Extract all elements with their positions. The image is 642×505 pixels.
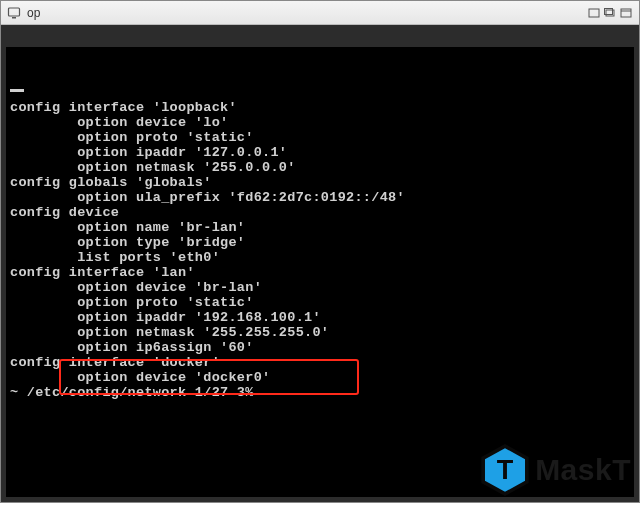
- window-title: op: [27, 6, 40, 20]
- svg-rect-5: [621, 9, 631, 17]
- terminal-line: option type 'bridge': [6, 235, 634, 250]
- restore-button[interactable]: [603, 7, 617, 19]
- minimize-button[interactable]: [587, 7, 601, 19]
- text-cursor: [10, 89, 24, 92]
- terminal-line: option ipaddr '127.0.0.1': [6, 145, 634, 160]
- terminal[interactable]: config interface 'loopback' option devic…: [6, 47, 634, 497]
- highlight-box: [59, 359, 359, 395]
- terminal-line: option proto 'static': [6, 295, 634, 310]
- monitor-icon: [7, 6, 21, 20]
- terminal-line: option name 'br-lan': [6, 220, 634, 235]
- svg-text:T: T: [497, 455, 514, 485]
- terminal-line: option ip6assign '60': [6, 340, 634, 355]
- svg-rect-2: [589, 9, 599, 17]
- vm-window: op config interface 'loopback' option de…: [0, 0, 640, 503]
- terminal-line: option ipaddr '192.168.100.1': [6, 310, 634, 325]
- watermark: T MaskT: [479, 444, 631, 496]
- terminal-line: config globals 'globals': [6, 175, 634, 190]
- terminal-line: config device: [6, 205, 634, 220]
- terminal-line: list ports 'eth0': [6, 250, 634, 265]
- terminal-line: option device 'br-lan': [6, 280, 634, 295]
- terminal-line: config interface 'loopback': [6, 100, 634, 115]
- terminal-line: option netmask '255.255.255.0': [6, 325, 634, 340]
- hex-icon: T: [479, 444, 531, 496]
- terminal-line: option proto 'static': [6, 130, 634, 145]
- watermark-text: MaskT: [535, 453, 631, 487]
- svg-rect-0: [9, 8, 20, 16]
- window-body: config interface 'loopback' option devic…: [1, 25, 639, 502]
- terminal-line: option netmask '255.0.0.0': [6, 160, 634, 175]
- terminal-line: option device 'lo': [6, 115, 634, 130]
- maximize-button[interactable]: [619, 7, 633, 19]
- titlebar[interactable]: op: [1, 1, 639, 25]
- svg-rect-1: [12, 17, 16, 19]
- terminal-line: option ula_prefix 'fd62:2d7c:0192::/48': [6, 190, 634, 205]
- terminal-line: config interface 'lan': [6, 265, 634, 280]
